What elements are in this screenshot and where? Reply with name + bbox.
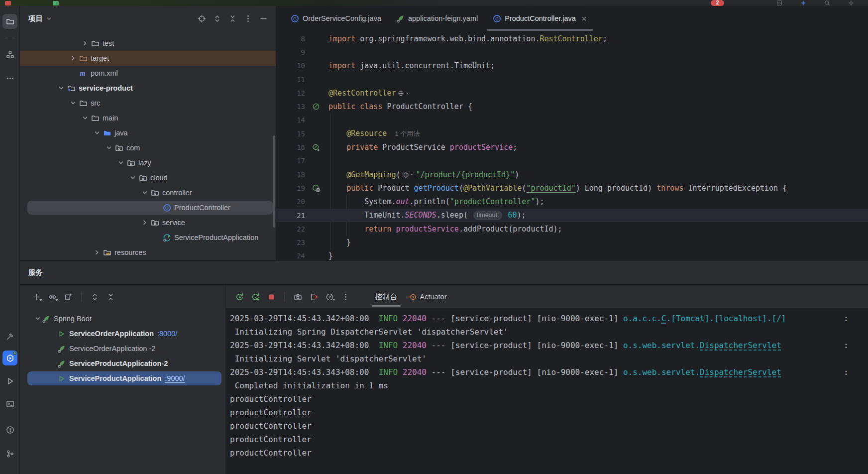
service-item-serviceproductapplication[interactable]: ServiceProductApplication:9000/ bbox=[20, 371, 225, 386]
app-icon[interactable] bbox=[5, 1, 11, 5]
chevron-down-icon[interactable] bbox=[141, 189, 149, 197]
tree-item-java[interactable]: java bbox=[20, 125, 276, 140]
search-icon[interactable] bbox=[824, 0, 830, 6]
code-line[interactable]: 24} bbox=[276, 249, 868, 260]
chevron-down-icon[interactable] bbox=[46, 15, 52, 22]
chevron-down-icon[interactable] bbox=[57, 84, 65, 92]
ai-assistant-icon[interactable] bbox=[800, 0, 806, 6]
code-line[interactable]: 8import org.springframework.web.bind.ann… bbox=[276, 32, 868, 45]
chevron-down-icon[interactable] bbox=[129, 174, 137, 182]
tree-item-service-product[interactable]: service-product bbox=[20, 81, 276, 96]
tree-item-target[interactable]: target bbox=[20, 51, 276, 66]
rerun-button[interactable] bbox=[233, 290, 246, 303]
chevron-down-icon[interactable] bbox=[34, 315, 42, 323]
url-mapping-globe-icon[interactable] bbox=[403, 172, 414, 178]
code-line[interactable]: 9 bbox=[276, 45, 868, 59]
code-line[interactable]: 21 TimeUnit.SECONDS.sleep( timeout: 60); bbox=[276, 209, 868, 222]
chevron-right-icon[interactable] bbox=[93, 248, 101, 256]
tree-item-test[interactable]: test bbox=[20, 36, 276, 51]
stop-button[interactable] bbox=[265, 290, 278, 303]
logger-name-link[interactable]: .[Tomcat].[localhost].[/] bbox=[666, 314, 786, 323]
url-mapping-globe-icon[interactable] bbox=[398, 90, 409, 97]
run-widget-icon[interactable] bbox=[53, 1, 59, 5]
code-line[interactable]: 12@RestController bbox=[276, 86, 868, 100]
code-line[interactable]: 14 bbox=[276, 114, 868, 127]
code-editor[interactable]: 8import org.springframework.web.bind.ann… bbox=[276, 31, 868, 260]
tree-item-com[interactable]: com bbox=[20, 140, 276, 155]
notification-badge[interactable]: 2 bbox=[711, 0, 724, 6]
locate-opened-file-button[interactable] bbox=[195, 12, 208, 25]
tree-item-resources[interactable]: resources bbox=[20, 245, 276, 260]
logger-name-link[interactable]: o.a.c.c. bbox=[623, 314, 661, 323]
more-options-button[interactable] bbox=[241, 12, 254, 25]
code-line[interactable]: 20 System.out.println("productController… bbox=[276, 195, 868, 209]
editor-tab-productcontroller-java[interactable]: CProductController.java bbox=[485, 6, 595, 31]
project-tool-window-button[interactable] bbox=[2, 14, 17, 29]
editor-tab-orderserviceconfig-java[interactable]: COrderServiceConfig.java bbox=[283, 6, 389, 31]
logger-name-link[interactable]: C bbox=[661, 314, 666, 323]
logger-name-link[interactable]: o.s.web.servlet. bbox=[623, 341, 700, 350]
chevron-down-icon[interactable] bbox=[117, 159, 125, 167]
code-line[interactable]: 11 bbox=[276, 73, 868, 86]
tree-item-serviceproductapplication[interactable]: ServiceProductApplication bbox=[20, 230, 276, 245]
view-options-button[interactable] bbox=[46, 291, 59, 304]
code-line[interactable]: 15 @Resource1 个用法 bbox=[276, 127, 868, 140]
chevron-down-icon[interactable] bbox=[81, 114, 89, 122]
chevron-down-icon[interactable] bbox=[105, 144, 113, 152]
code-line[interactable]: 18 @GetMapping("/product/{productId}") bbox=[276, 168, 868, 181]
layout-icon[interactable] bbox=[776, 0, 782, 6]
bean-arrow-icon[interactable] bbox=[312, 143, 320, 151]
code-line[interactable]: 16 private ProductService productService… bbox=[276, 140, 868, 154]
structure-tool-window-button[interactable] bbox=[2, 47, 17, 62]
expand-all-button[interactable] bbox=[88, 291, 101, 304]
services-tool-window-button[interactable] bbox=[2, 351, 17, 365]
build-tool-window-button[interactable] bbox=[2, 329, 17, 344]
service-port-link[interactable]: :8000/ bbox=[157, 330, 177, 338]
code-line[interactable]: 17 bbox=[276, 154, 868, 168]
console-tab-console[interactable]: 控制台 bbox=[370, 285, 403, 308]
tree-item-productcontroller[interactable]: CProductController bbox=[20, 200, 276, 215]
tree-item-controller[interactable]: controller bbox=[20, 185, 276, 200]
terminal-tool-window-button[interactable] bbox=[2, 396, 17, 411]
settings-gear-icon[interactable] bbox=[848, 0, 854, 6]
gutter-request-icon[interactable] bbox=[307, 184, 326, 192]
thread-dump-button[interactable] bbox=[291, 290, 304, 303]
service-item-serviceproductapplication-2[interactable]: ServiceProductApplication-2 bbox=[20, 356, 225, 371]
rerun-debug-button[interactable] bbox=[249, 290, 262, 303]
code-line[interactable]: 13public class ProductController { bbox=[276, 100, 868, 113]
chevron-right-icon[interactable] bbox=[141, 219, 149, 227]
code-line[interactable]: 19 public Product getProduct(@PathVariab… bbox=[276, 181, 868, 195]
open-in-new-tab-button[interactable] bbox=[62, 291, 75, 304]
expand-all-button[interactable] bbox=[211, 12, 223, 25]
profiler-button[interactable] bbox=[323, 290, 336, 303]
service-item-spring-boot[interactable]: Spring Boot bbox=[20, 311, 225, 326]
collapse-all-button[interactable] bbox=[226, 12, 239, 25]
tree-item-service[interactable]: service bbox=[20, 215, 276, 230]
code-line[interactable]: 10import java.util.concurrent.TimeUnit; bbox=[276, 59, 868, 73]
gutter-bean-icon[interactable] bbox=[307, 103, 326, 111]
run-tool-window-button[interactable] bbox=[2, 373, 17, 388]
editor-tab-application-feign-yaml[interactable]: application-feign.yaml bbox=[389, 6, 485, 31]
tree-item-lazy[interactable]: lazy bbox=[20, 155, 276, 170]
service-port-link[interactable]: :9000/ bbox=[165, 374, 185, 382]
logger-name-link[interactable]: DispatcherServlet bbox=[700, 367, 781, 377]
detach-button[interactable] bbox=[307, 290, 320, 303]
console-tab-actuator[interactable]: Actuator bbox=[403, 285, 452, 308]
close-icon[interactable] bbox=[581, 15, 587, 22]
code-line[interactable]: 22 return productService.addProduct(prod… bbox=[276, 222, 868, 236]
request-icon[interactable] bbox=[312, 184, 320, 192]
chevron-down-icon[interactable] bbox=[69, 99, 77, 107]
logger-name-link[interactable]: DispatcherServlet bbox=[700, 341, 781, 350]
problems-tool-window-button[interactable] bbox=[2, 422, 17, 437]
console-log[interactable]: 2025-03-29T14:45:43.342+08:00 INFO 22040… bbox=[226, 309, 868, 474]
add-service-button[interactable] bbox=[30, 291, 43, 304]
chevron-right-icon[interactable] bbox=[81, 39, 89, 47]
code-line[interactable]: 23 } bbox=[276, 236, 868, 249]
tree-item-main[interactable]: main bbox=[20, 111, 276, 125]
hide-panel-button[interactable] bbox=[257, 12, 270, 25]
more-actions-button[interactable] bbox=[339, 290, 352, 303]
more-tool-windows-button[interactable] bbox=[2, 71, 17, 86]
project-scrollbar[interactable] bbox=[273, 135, 275, 228]
chevron-right-icon[interactable] bbox=[69, 54, 77, 62]
gutter-bean-arrow-icon[interactable] bbox=[307, 143, 326, 151]
